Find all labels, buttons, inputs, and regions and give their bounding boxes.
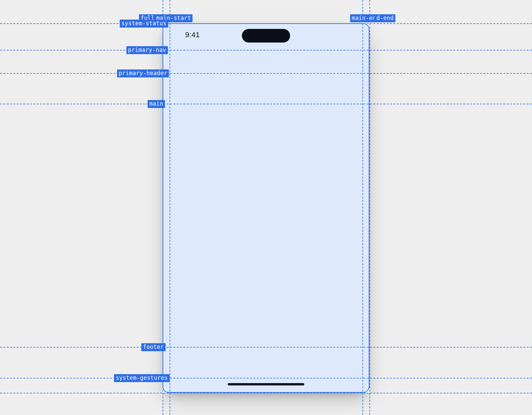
guide-primary-nav [0,50,532,51]
guide-main-start [170,0,170,415]
status-time: 9:41 [185,31,200,39]
home-indicator [228,383,304,385]
label-system-gestures: system-gestures [114,374,170,382]
guide-primary-header [0,73,532,74]
label-system-status: system-status [120,20,168,28]
guide-fullbleed-start [163,0,163,415]
label-main: main [148,100,165,108]
guide-main-end [362,0,363,415]
label-primary-header: primary-header [117,69,169,77]
label-d-end: d-end [375,14,395,22]
guide-system-status [0,23,532,24]
guide-bottom [0,393,532,393]
label-primary-nav: primary-nav [126,46,168,54]
corner-top-right [365,23,369,28]
label-footer: footer [141,343,166,351]
guide-main [0,104,532,104]
guide-footer [0,347,532,348]
dynamic-island [242,29,290,43]
guide-fullbleed-end [369,0,370,415]
guide-system-gestures [0,378,532,378]
corner-bottom-left [163,388,167,393]
phone-frame: 9:41 [163,23,369,393]
corner-bottom-right [365,388,369,393]
